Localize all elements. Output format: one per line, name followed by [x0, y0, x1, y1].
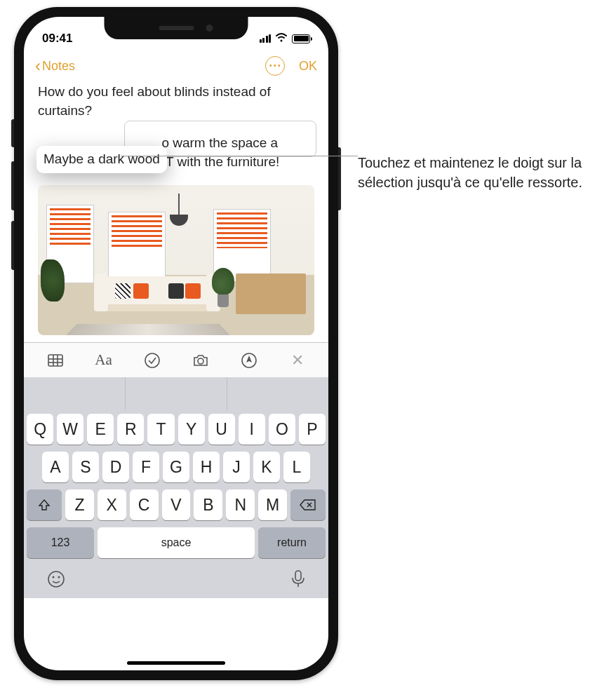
- phone-frame: 09:41 ‹ Notes ••• OK How do you feel abo…: [14, 7, 338, 680]
- svg-point-8: [48, 571, 64, 587]
- key-f[interactable]: F: [133, 452, 159, 482]
- svg-point-6: [198, 358, 203, 364]
- svg-rect-11: [295, 571, 301, 581]
- screen: 09:41 ‹ Notes ••• OK How do you feel abo…: [24, 17, 328, 670]
- key-u[interactable]: U: [208, 414, 235, 445]
- backspace-key[interactable]: [290, 489, 326, 520]
- suggestion-2[interactable]: [126, 377, 227, 410]
- key-m[interactable]: M: [258, 489, 287, 520]
- key-p[interactable]: P: [299, 414, 326, 445]
- space-key[interactable]: space: [98, 527, 255, 558]
- key-o[interactable]: O: [269, 414, 295, 445]
- key-a[interactable]: A: [42, 452, 69, 482]
- svg-rect-0: [48, 355, 62, 366]
- close-toolbar-button[interactable]: ✕: [286, 349, 309, 372]
- notch: [105, 17, 248, 39]
- notes-format-toolbar: Aa ✕: [24, 342, 328, 377]
- nav-bar: ‹ Notes ••• OK: [24, 50, 328, 83]
- dictation-key[interactable]: [290, 569, 306, 594]
- done-button[interactable]: OK: [299, 59, 317, 74]
- note-paragraph-1: How do you feel about blinds instead of …: [38, 83, 314, 120]
- svg-point-5: [145, 353, 159, 367]
- checklist-button[interactable]: [140, 349, 164, 372]
- key-j[interactable]: J: [223, 452, 250, 482]
- callout-text: Touchez et maintenez le doigt sur la sél…: [358, 153, 596, 192]
- callout-leader-line: [121, 156, 358, 167]
- shift-key[interactable]: [27, 489, 62, 520]
- key-i[interactable]: I: [239, 414, 265, 445]
- key-q[interactable]: Q: [27, 414, 53, 445]
- key-h[interactable]: H: [193, 452, 220, 482]
- key-x[interactable]: X: [98, 489, 126, 520]
- key-c[interactable]: C: [130, 489, 159, 520]
- key-s[interactable]: S: [72, 452, 99, 482]
- return-key[interactable]: return: [258, 527, 326, 558]
- key-y[interactable]: Y: [178, 414, 205, 445]
- key-g[interactable]: G: [163, 452, 189, 482]
- text-format-button[interactable]: Aa: [92, 349, 116, 372]
- more-button[interactable]: •••: [265, 56, 285, 76]
- keyboard-row-3: Z X C V B N M: [27, 489, 326, 520]
- chevron-left-icon: ‹: [35, 56, 41, 76]
- key-d[interactable]: D: [102, 452, 129, 482]
- key-b[interactable]: B: [194, 489, 222, 520]
- home-indicator[interactable]: [127, 661, 225, 665]
- key-z[interactable]: Z: [65, 489, 94, 520]
- suggestion-1[interactable]: [24, 377, 126, 410]
- key-l[interactable]: L: [283, 452, 310, 482]
- keyboard: Q W E R T Y U I O P A S D F G H J K L: [24, 410, 328, 598]
- keyboard-row-2: A S D F G H J K L: [27, 452, 326, 482]
- keyboard-row-1: Q W E R T Y U I O P: [27, 414, 326, 445]
- note-attached-image[interactable]: [38, 185, 314, 335]
- key-e[interactable]: E: [87, 414, 114, 445]
- wifi-icon: [275, 32, 288, 46]
- cellular-icon: [260, 34, 272, 43]
- svg-point-9: [53, 576, 55, 579]
- svg-point-10: [58, 576, 60, 579]
- camera-button[interactable]: [189, 349, 213, 372]
- key-r[interactable]: R: [117, 414, 144, 445]
- numeric-key[interactable]: 123: [27, 527, 94, 558]
- emoji-key[interactable]: [46, 569, 66, 594]
- battery-icon: [292, 34, 310, 43]
- note-body[interactable]: How do you feel about blinds instead of …: [24, 83, 328, 342]
- markup-button[interactable]: [237, 349, 261, 372]
- key-w[interactable]: W: [57, 414, 83, 445]
- back-button[interactable]: ‹ Notes: [35, 56, 75, 76]
- key-k[interactable]: K: [253, 452, 280, 482]
- keyboard-row-4: 123 space return: [27, 527, 326, 558]
- key-n[interactable]: N: [226, 489, 255, 520]
- status-time: 09:41: [42, 32, 72, 46]
- table-button[interactable]: [43, 349, 67, 372]
- back-label: Notes: [42, 59, 75, 74]
- key-t[interactable]: T: [147, 414, 174, 445]
- key-v[interactable]: V: [162, 489, 191, 520]
- suggestion-3[interactable]: [227, 377, 328, 410]
- keyboard-suggestions: [24, 377, 328, 410]
